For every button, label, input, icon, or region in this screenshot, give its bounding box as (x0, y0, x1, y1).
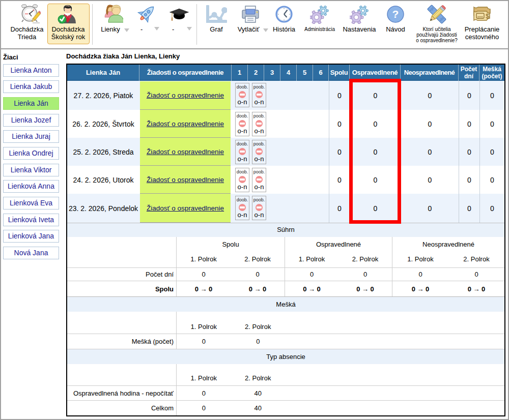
svg-text:?: ? (392, 8, 399, 20)
svg-text:$: $ (486, 12, 490, 20)
